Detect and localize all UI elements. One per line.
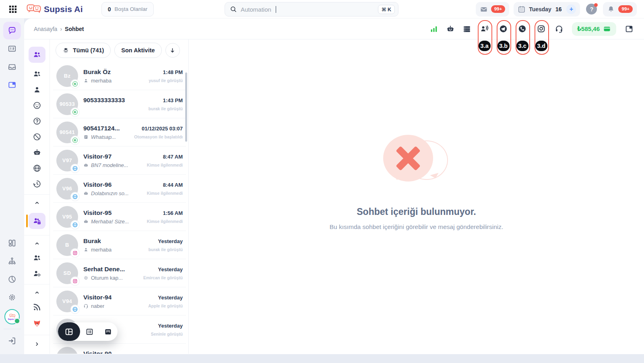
avatar-initials: V96 [62,186,72,192]
list-item[interactable]: 90541 B 905417124...01/12/2025 03:07 Wha… [53,118,186,146]
timestamp: Yesterday [158,323,183,329]
annotation-label: 3.a [479,41,491,51]
calendar-button[interactable]: Tuesday 16 + [514,2,580,16]
headset-icon [83,303,89,309]
help-button[interactable]: ? [586,4,597,14]
balance-amount: ₺585,46 [577,25,600,33]
calendar-add-button[interactable]: + [566,4,576,14]
empty-state-illustration [383,135,450,190]
toolbar: 3.a 3.b 3.c 3.d ₺585,46 [429,22,634,36]
chevron-up-icon[interactable] [34,240,40,247]
history-icon[interactable] [33,179,41,188]
rail-folder-button[interactable] [3,76,21,94]
list-view-button[interactable] [80,322,99,341]
person-icon[interactable] [33,85,41,94]
bot-icon[interactable] [445,24,456,34]
rail-orgchart-button[interactable] [3,252,21,270]
bot-icon [83,163,89,168]
left-rail: Supsis Ai [0,19,24,354]
avatar-initials: SD [64,270,71,276]
globe-icon[interactable] [33,164,41,173]
sort-button[interactable]: Son Aktivite [114,43,161,58]
notifications-button[interactable]: 99+ [603,2,637,16]
annotation-label: 3.c [516,41,528,51]
scrollbar-thumb[interactable] [185,72,187,142]
breadcrumb-home[interactable]: Anasayfa [34,26,57,32]
rail-chat-button[interactable] [3,22,21,39]
instagram-icon [537,24,546,33]
web-badge-icon [71,164,79,173]
new-window-icon[interactable] [624,24,634,34]
list-item[interactable]: V97 Visitor-978:47 AM BN7 modeline...Kim… [53,146,186,175]
stats-bars-icon[interactable] [429,24,439,34]
list-item[interactable]: SD Serhat Dene...Yesterday Oturum kap...… [53,259,186,287]
people-icon[interactable] [33,70,41,78]
list-item[interactable]: Visitor-90 [53,344,186,354]
block-icon[interactable] [33,132,41,141]
chevron-up-icon[interactable] [34,200,40,206]
whatsapp-badge-icon: B [71,136,79,144]
split-view-button[interactable] [58,322,80,341]
rss-icon[interactable] [33,303,41,311]
filter-all-label: Tümü (741) [73,47,104,54]
list-item-body: 905417124...01/12/2025 03:07 Whatsap...O… [83,125,183,140]
instagram-button[interactable]: 3.d [535,23,547,35]
rail-dashboard-button[interactable] [3,234,21,252]
whatsapp-button[interactable]: 3.c [516,23,528,35]
last-message: merhaba [91,78,111,84]
instagram-badge-icon [71,249,79,257]
sad-face-icon[interactable] [33,101,41,110]
chevron-up-icon[interactable] [34,289,40,296]
kanban-view-button[interactable] [99,322,118,341]
rail-exit-button[interactable] [3,332,21,350]
list-item[interactable]: V94 Visitor-94Yesterday naberApple ile g… [53,287,186,316]
rail-inbox-button[interactable] [3,58,21,76]
person-gear-icon[interactable] [33,269,41,278]
list-item[interactable]: B BurakYesterday merhababurak ile görüşt… [53,231,186,259]
chat-filter-sidebar [24,39,50,354]
filter-locked-chats-active[interactable] [29,213,45,229]
filter-all-button[interactable]: Tümü (741) [56,43,111,58]
avatar: SD [56,262,78,284]
mail-button[interactable]: 99+ [476,2,510,16]
contact-name: 905333333333 [83,97,125,104]
balance-button[interactable]: ₺585,46 [572,22,616,36]
agent-status: Kimse ilgilenmedi [147,219,183,224]
filter-section-teams [24,235,50,284]
logo-icon [27,4,41,15]
list-item[interactable]: V95 Visitor-951:56 AM Merhaba! Size...Ki… [53,203,186,231]
breadcrumb: Anasayfa › Sohbet [34,26,84,32]
chevron-right-icon[interactable] [34,341,40,347]
list-item[interactable]: 90533 B 9053333333331:43 PM burak ile gö… [53,90,186,118]
agent-voice-button[interactable]: 3.a [479,23,491,35]
apps-grid-icon[interactable] [8,4,18,14]
search-input[interactable]: Automation ⌘ K [225,2,398,16]
rail-reports-button[interactable] [3,270,21,288]
bot-icon [83,219,89,224]
avatar-logo-icon [9,314,15,318]
logo[interactable]: Supsis Ai [27,4,83,15]
filter-all-chats-active[interactable] [29,47,45,63]
people-icon[interactable] [33,254,41,262]
rail-contacts-button[interactable] [3,40,21,58]
headset-icon[interactable] [554,24,564,34]
queue-list-icon[interactable] [462,24,472,34]
sort-direction-button[interactable] [165,43,180,58]
breadcrumb-separator: › [60,26,62,32]
people-lock-icon [33,217,41,225]
list-item[interactable]: Bz B Burak Öz1:48 PM merhabayusuf ile gö… [53,62,186,90]
calendar-icon [518,5,526,13]
question-circle-icon[interactable] [33,117,41,126]
sub-header: Anasayfa › Sohbet 3.a 3.b 3.c 3.d [24,19,644,39]
robot-icon[interactable] [33,148,41,157]
fox-icon[interactable] [32,318,42,328]
idle-agents-button[interactable]: 0 Boşta Olanlar [101,2,154,16]
top-bar-left: Supsis Ai 0 Boşta Olanlar [0,2,154,16]
user-avatar[interactable]: Supsis Ai [4,309,20,324]
telegram-button[interactable]: 3.b [497,23,510,35]
rail-settings-button[interactable] [3,289,21,306]
list-item[interactable]: V96 Visitor-968:44 AM Dolabınızın so...K… [53,175,186,203]
search-shortcut: ⌘ K [378,5,395,14]
timestamp: 1:56 AM [163,210,183,216]
dashboard-icon [8,239,17,248]
